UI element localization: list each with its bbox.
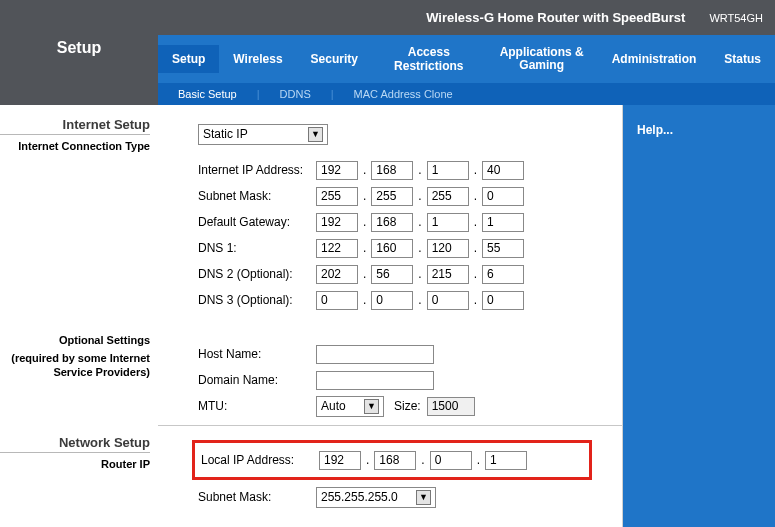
dns2-1[interactable] [316, 265, 358, 284]
label-domain: Domain Name: [198, 373, 316, 387]
label-dns2: DNS 2 (Optional): [198, 267, 316, 281]
label-dns3: DNS 3 (Optional): [198, 293, 316, 307]
dns1-3[interactable] [427, 239, 469, 258]
tab-applications-gaming[interactable]: Applications & Gaming [486, 45, 598, 73]
subnet-1[interactable] [316, 187, 358, 206]
subnet-4[interactable] [482, 187, 524, 206]
mtu-select[interactable]: Auto ▼ [316, 396, 384, 417]
tab-wireless[interactable]: Wireless [219, 45, 296, 73]
label-subnet2: Subnet Mask: [198, 490, 316, 504]
row-local-ip: Local IP Address: . . . [201, 447, 583, 473]
dns1-1[interactable] [316, 239, 358, 258]
dns3-3[interactable] [427, 291, 469, 310]
subnet-3[interactable] [427, 187, 469, 206]
dns1-2[interactable] [371, 239, 413, 258]
dns2-4[interactable] [482, 265, 524, 284]
subtab-basic-setup[interactable]: Basic Setup [158, 88, 257, 100]
label-dns1: DNS 1: [198, 241, 316, 255]
form-area: Static IP ▼ Internet IP Address: . . . S… [158, 105, 623, 527]
tab-access-restrictions[interactable]: Access Restrictions [372, 45, 486, 73]
help-link[interactable]: Help... [637, 123, 673, 137]
local-ip-1[interactable] [319, 451, 361, 470]
label-gateway: Default Gateway: [198, 215, 316, 229]
label-mtu: MTU: [198, 399, 316, 413]
dns2-3[interactable] [427, 265, 469, 284]
section-router-ip: Router IP [0, 457, 150, 471]
mtu-size-input[interactable] [427, 397, 475, 416]
host-name-input[interactable] [316, 345, 434, 364]
sub-tab-left [0, 83, 158, 105]
section-optional-sub: (required by some Internet Service Provi… [0, 351, 150, 379]
tab-status[interactable]: Status [710, 45, 775, 73]
label-internet-ip: Internet IP Address: [198, 163, 316, 177]
sub-tabs: Basic Setup | DDNS | MAC Address Clone [158, 83, 775, 105]
row-host: Host Name: [198, 341, 614, 367]
dns1-4[interactable] [482, 239, 524, 258]
label-local-ip: Local IP Address: [201, 453, 319, 467]
section-internet-conn-type: Internet Connection Type [0, 139, 150, 153]
dns3-2[interactable] [371, 291, 413, 310]
row-gateway: Default Gateway: . . . [198, 209, 614, 235]
subnet2-select[interactable]: 255.255.255.0 ▼ [316, 487, 436, 508]
label-size: Size: [394, 399, 421, 413]
gateway-1[interactable] [316, 213, 358, 232]
row-subnet2: Subnet Mask: 255.255.255.0 ▼ [198, 484, 614, 510]
row-internet-ip: Internet IP Address: . . . [198, 157, 614, 183]
local-ip-3[interactable] [430, 451, 472, 470]
subtab-ddns[interactable]: DDNS [260, 88, 331, 100]
model-name: WRT54GH [709, 12, 763, 24]
titlebar-left [0, 0, 158, 35]
chevron-down-icon: ▼ [308, 127, 323, 142]
product-name: Wireless-G Home Router with SpeedBurst [426, 10, 685, 25]
label-host: Host Name: [198, 347, 316, 361]
row-mtu: MTU: Auto ▼ Size: [198, 393, 614, 419]
subnet-2[interactable] [371, 187, 413, 206]
dns3-1[interactable] [316, 291, 358, 310]
row-dns2: DNS 2 (Optional): . . . [198, 261, 614, 287]
tab-setup[interactable]: Setup [158, 45, 219, 73]
dns3-4[interactable] [482, 291, 524, 310]
row-domain: Domain Name: [198, 367, 614, 393]
section-optional-title: Optional Settings [0, 333, 150, 347]
section-network-setup: Network Setup [0, 435, 150, 453]
domain-name-input[interactable] [316, 371, 434, 390]
tab-security[interactable]: Security [297, 45, 372, 73]
internet-ip-1[interactable] [316, 161, 358, 180]
tab-administration[interactable]: Administration [598, 45, 711, 73]
page-title: Setup [0, 35, 158, 83]
dns2-2[interactable] [371, 265, 413, 284]
gateway-3[interactable] [427, 213, 469, 232]
chevron-down-icon: ▼ [416, 490, 431, 505]
main-content: Internet Setup Internet Connection Type … [0, 105, 775, 527]
internet-ip-3[interactable] [427, 161, 469, 180]
local-ip-4[interactable] [485, 451, 527, 470]
connection-type-value: Static IP [203, 127, 248, 141]
row-connection-type: Static IP ▼ [198, 121, 614, 147]
primary-tab-row: Setup Setup Wireless Security Access Res… [0, 35, 775, 83]
titlebar: Wireless-G Home Router with SpeedBurst W… [0, 0, 775, 35]
subnet2-value: 255.255.255.0 [321, 490, 398, 504]
subtab-mac-clone[interactable]: MAC Address Clone [334, 88, 473, 100]
label-subnet: Subnet Mask: [198, 189, 316, 203]
row-subnet: Subnet Mask: . . . [198, 183, 614, 209]
internet-ip-2[interactable] [371, 161, 413, 180]
primary-tabs: Setup Wireless Security Access Restricti… [158, 35, 775, 83]
local-ip-2[interactable] [374, 451, 416, 470]
internet-ip-4[interactable] [482, 161, 524, 180]
sub-tab-row: Basic Setup | DDNS | MAC Address Clone [0, 83, 775, 105]
help-panel: Help... [623, 105, 775, 527]
row-dns3: DNS 3 (Optional): . . . [198, 287, 614, 313]
chevron-down-icon: ▼ [364, 399, 379, 414]
gateway-4[interactable] [482, 213, 524, 232]
connection-type-select[interactable]: Static IP ▼ [198, 124, 328, 145]
gateway-2[interactable] [371, 213, 413, 232]
titlebar-right: Wireless-G Home Router with SpeedBurst W… [158, 0, 775, 35]
section-internet-setup: Internet Setup [0, 117, 150, 135]
row-dns1: DNS 1: . . . [198, 235, 614, 261]
section-divider [158, 425, 622, 426]
section-labels: Internet Setup Internet Connection Type … [0, 105, 158, 527]
mtu-value: Auto [321, 399, 346, 413]
highlight-local-ip: Local IP Address: . . . [192, 440, 592, 480]
